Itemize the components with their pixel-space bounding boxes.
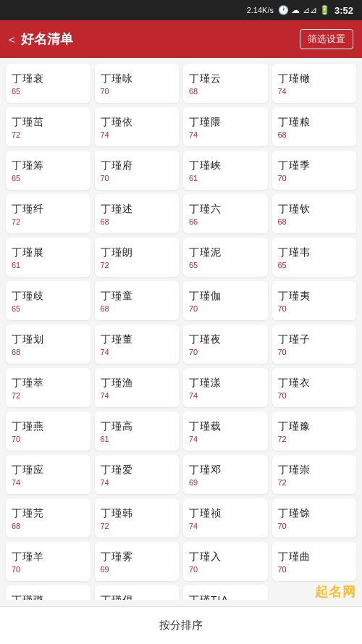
- name-score: 68: [278, 130, 287, 139]
- name-text: 丁瑾入: [189, 551, 222, 564]
- name-text: 丁瑾夜: [189, 333, 222, 346]
- name-score: 74: [189, 391, 198, 400]
- name-card[interactable]: 丁瑾纤72: [6, 194, 90, 233]
- name-card[interactable]: 丁瑾萃72: [6, 368, 90, 407]
- name-card[interactable]: 丁瑾祯74: [183, 498, 268, 538]
- name-text: 丁瑾子: [278, 333, 311, 346]
- name-score: 68: [189, 87, 198, 96]
- name-score: 68: [101, 304, 109, 313]
- name-card[interactable]: 丁瑾爱74: [95, 455, 180, 494]
- name-score: 74: [101, 391, 109, 400]
- name-card[interactable]: 丁瑾羊70: [6, 542, 90, 581]
- name-card[interactable]: 丁瑾子70: [272, 325, 357, 364]
- name-score: 69: [101, 565, 109, 574]
- name-card[interactable]: 丁瑾橄74: [272, 64, 357, 103]
- name-card[interactable]: 丁瑾云68: [183, 64, 268, 103]
- name-card[interactable]: 丁瑾歧65: [6, 281, 90, 320]
- name-score: 65: [12, 304, 20, 313]
- name-text: 丁瑾述: [101, 203, 133, 216]
- name-score: 72: [278, 435, 287, 443]
- back-button[interactable]: <: [9, 33, 15, 46]
- name-card[interactable]: 丁瑾韦65: [272, 238, 357, 277]
- name-card[interactable]: 丁瑾夷70: [272, 281, 357, 320]
- name-score: 65: [278, 261, 287, 269]
- name-score: 74: [101, 478, 109, 487]
- name-text: 丁瑾韦: [278, 246, 311, 259]
- name-card[interactable]: 丁瑾泥65: [183, 238, 268, 277]
- name-score: 70: [189, 348, 198, 356]
- name-text: 丁瑾泥: [189, 246, 222, 259]
- name-card[interactable]: 丁瑾展61: [6, 238, 90, 277]
- name-text: 丁瑾倡: [101, 594, 133, 600]
- name-card[interactable]: 丁瑾夜70: [183, 325, 268, 364]
- name-text: 丁瑾曲: [278, 551, 311, 564]
- name-card[interactable]: 丁瑾述68: [95, 194, 180, 233]
- name-card[interactable]: 丁瑾筹65: [6, 151, 90, 190]
- name-card[interactable]: 丁瑾崇72: [272, 455, 357, 494]
- name-card[interactable]: 丁瑾衣70: [272, 368, 357, 407]
- name-card[interactable]: 丁瑾应74: [6, 455, 90, 494]
- name-text: 丁瑾爱: [101, 464, 133, 477]
- name-score: 70: [189, 304, 198, 313]
- name-text: 丁瑾雾: [101, 551, 133, 564]
- name-score: 72: [12, 130, 20, 139]
- name-card[interactable]: 丁瑾董74: [95, 325, 180, 364]
- network-speed: 2.14K/s: [247, 6, 274, 14]
- filter-settings-button[interactable]: 筛选设置: [300, 29, 353, 49]
- name-card[interactable]: 丁瑾TIA70: [183, 585, 268, 600]
- name-score: 65: [12, 174, 20, 183]
- name-card[interactable]: 丁瑾划68: [6, 325, 90, 364]
- name-card[interactable]: 丁瑾入70: [183, 542, 268, 581]
- back-arrow-icon: <: [9, 33, 15, 46]
- name-text: 丁瑾载: [189, 420, 222, 433]
- name-card[interactable]: 丁瑾伽70: [183, 281, 268, 320]
- name-card[interactable]: 丁瑾茁72: [6, 107, 90, 146]
- name-score: 74: [278, 87, 287, 96]
- name-card[interactable]: 丁瑾朗72: [95, 238, 180, 277]
- name-text: 丁瑾峡: [189, 159, 222, 172]
- name-card[interactable]: 丁瑾渔74: [95, 368, 180, 407]
- sort-by-score-button[interactable]: 按分排序: [159, 619, 203, 632]
- name-score: 61: [189, 174, 198, 183]
- name-card[interactable]: 丁瑾隈74: [183, 107, 268, 146]
- name-card[interactable]: 丁瑾粮68: [272, 107, 357, 146]
- name-text: 丁瑾豫: [278, 420, 311, 433]
- name-text: 丁瑾咏: [101, 72, 133, 85]
- page-title: 好名清单: [21, 30, 73, 48]
- name-card[interactable]: 丁瑾燕70: [6, 411, 90, 451]
- name-card[interactable]: 丁瑾钦68: [272, 194, 357, 233]
- name-card[interactable]: 丁瑾季70: [272, 151, 357, 190]
- name-card[interactable]: 丁瑾雾69: [95, 542, 180, 581]
- name-text: 丁瑾划: [12, 333, 44, 346]
- name-card[interactable]: 丁瑾衰65: [6, 64, 90, 103]
- name-card[interactable]: 丁瑾府70: [95, 151, 180, 190]
- name-score: 68: [101, 217, 109, 226]
- header: < 好名清单 筛选设置: [0, 20, 362, 58]
- name-card[interactable]: 丁瑾韩72: [95, 498, 180, 538]
- name-score: 68: [12, 348, 20, 356]
- name-text: 丁瑾璐: [12, 594, 44, 600]
- name-card[interactable]: 丁瑾依74: [95, 107, 180, 146]
- name-card[interactable]: 丁瑾芫68: [6, 498, 90, 538]
- name-card[interactable]: 丁瑾高61: [95, 411, 180, 451]
- name-card[interactable]: 丁瑾童68: [95, 281, 180, 320]
- name-card[interactable]: 丁瑾璐74: [6, 585, 90, 600]
- name-text: 丁瑾府: [101, 159, 133, 172]
- name-card[interactable]: 丁瑾曲70: [272, 542, 357, 581]
- name-card[interactable]: 丁瑾馀70: [272, 498, 357, 538]
- name-card[interactable]: 丁瑾漾74: [183, 368, 268, 407]
- name-text: 丁瑾漾: [189, 377, 222, 390]
- name-card[interactable]: 丁瑾六66: [183, 194, 268, 233]
- name-text: 丁瑾衰: [12, 72, 44, 85]
- name-score: 74: [101, 348, 109, 356]
- name-score: 69: [189, 478, 198, 487]
- name-card[interactable]: 丁瑾邓69: [183, 455, 268, 494]
- name-card[interactable]: 丁瑾豫72: [272, 411, 357, 451]
- name-card[interactable]: 丁瑾咏70: [95, 64, 180, 103]
- name-score: 70: [278, 391, 287, 400]
- name-card[interactable]: 丁瑾载74: [183, 411, 268, 451]
- name-card[interactable]: 丁瑾峡61: [183, 151, 268, 190]
- name-card[interactable]: 丁瑾倡61: [95, 585, 180, 600]
- name-text: 丁瑾童: [101, 290, 133, 303]
- name-text: 丁瑾燕: [12, 420, 44, 433]
